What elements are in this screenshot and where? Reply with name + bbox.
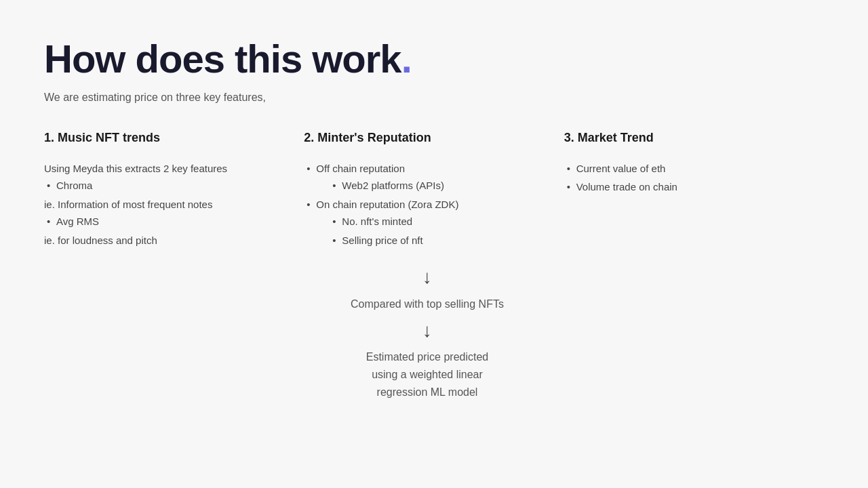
on-chain-sublist: No. nft's minted Selling price of nft — [330, 213, 550, 249]
on-chain-label: On chain reputation (Zora ZDK) — [316, 199, 458, 210]
off-chain-sublist: Web2 platforms (APIs) — [330, 177, 550, 195]
list-item: No. nft's minted — [330, 213, 550, 230]
list-item-eth-value: Current value of eth — [564, 160, 810, 178]
compared-text: Compared with top selling NFTs — [351, 295, 504, 313]
main-title: How does this work. — [44, 37, 824, 81]
subtitle: We are estimating price on three key fea… — [44, 92, 824, 104]
column-3-list: Current value of eth Volume trade on cha… — [564, 160, 810, 196]
column-2-list: Off chain reputation Web2 platforms (API… — [304, 160, 550, 249]
column-2-content: Off chain reputation Web2 platforms (API… — [304, 160, 550, 403]
list-item: Selling price of nft — [330, 232, 550, 249]
arrow-2: ↓ — [422, 321, 432, 340]
list-item-volume-trade: Volume trade on chain — [564, 178, 810, 196]
list-item-off-chain: Off chain reputation Web2 platforms (API… — [304, 160, 550, 195]
column-1-list2: Avg RMS — [44, 213, 290, 230]
column-1-content: Using Meyda this extracts 2 key features… — [44, 160, 290, 249]
estimated-text: Estimated price predicted using a weight… — [366, 348, 489, 401]
columns-container: 1. Music NFT trends Using Meyda this ext… — [44, 131, 824, 403]
column-1-note1: ie. Information of most frequent notes — [44, 196, 290, 214]
column-market-trend: 3. Market Trend Current value of eth Vol… — [564, 131, 824, 403]
column-1-header: 1. Music NFT trends — [44, 131, 290, 145]
list-item: Chroma — [44, 177, 290, 195]
list-item: Web2 platforms (APIs) — [330, 177, 550, 195]
arrow-1: ↓ — [422, 268, 432, 287]
column-2-header: 2. Minter's Reputation — [304, 131, 550, 145]
column-1-note2: ie. for loudness and pitch — [44, 232, 290, 249]
column-music-nft: 1. Music NFT trends Using Meyda this ext… — [44, 131, 304, 403]
title-dot: . — [401, 37, 412, 81]
bottom-section: ↓ Compared with top selling NFTs ↓ Estim… — [304, 262, 550, 403]
column-1-list1: Chroma — [44, 177, 290, 195]
column-1-intro: Using Meyda this extracts 2 key features — [44, 160, 290, 178]
column-3-header: 3. Market Trend — [564, 131, 810, 145]
title-text: How does this work — [44, 37, 401, 81]
off-chain-label: Off chain reputation — [316, 163, 405, 174]
column-minter-reputation: 2. Minter's Reputation Off chain reputat… — [304, 131, 564, 403]
list-item-on-chain: On chain reputation (Zora ZDK) No. nft's… — [304, 196, 550, 249]
column-3-content: Current value of eth Volume trade on cha… — [564, 160, 810, 196]
page-container: How does this work. We are estimating pr… — [0, 0, 868, 430]
list-item: Avg RMS — [44, 213, 290, 230]
